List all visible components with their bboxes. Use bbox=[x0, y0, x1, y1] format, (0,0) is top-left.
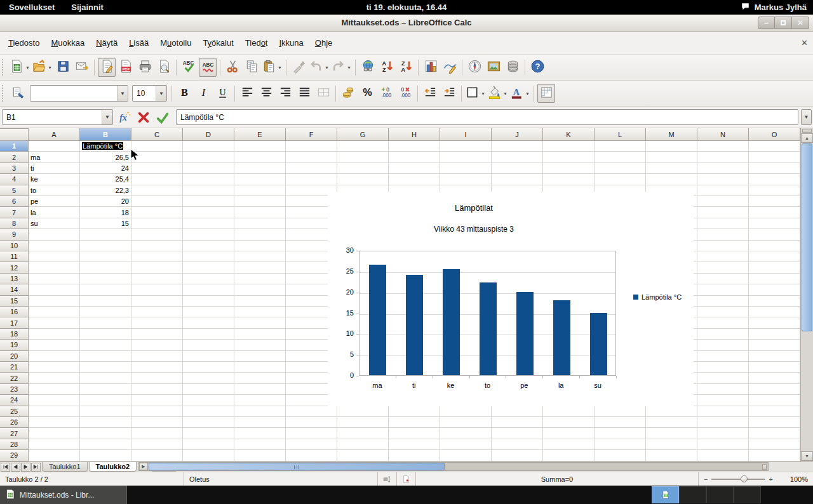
apply-style-button[interactable] bbox=[10, 84, 27, 103]
zoom-knob[interactable] bbox=[741, 475, 748, 482]
row-header-8[interactable]: 8 bbox=[0, 218, 29, 229]
cell-B9[interactable] bbox=[80, 229, 131, 240]
cell-E14[interactable] bbox=[234, 284, 286, 295]
cell-F3[interactable] bbox=[286, 163, 337, 174]
cell-C27[interactable] bbox=[131, 428, 183, 439]
cell-N8[interactable] bbox=[697, 218, 749, 229]
cell-F1[interactable] bbox=[286, 141, 337, 152]
cell-B1[interactable]: Lämpötila °C bbox=[80, 141, 131, 152]
select-all-corner[interactable] bbox=[0, 128, 29, 141]
cell-O21[interactable] bbox=[749, 362, 800, 373]
font-name-combo[interactable]: ▼ bbox=[30, 85, 128, 102]
cell-E27[interactable] bbox=[234, 428, 286, 439]
cell-C7[interactable] bbox=[131, 207, 183, 218]
cell-J4[interactable] bbox=[492, 174, 543, 185]
cell-I1[interactable] bbox=[440, 141, 492, 152]
cell-D26[interactable] bbox=[183, 417, 234, 428]
close-document-icon[interactable]: ✕ bbox=[801, 38, 808, 48]
cell-B27[interactable] bbox=[80, 428, 131, 439]
cell-A7[interactable]: la bbox=[29, 207, 80, 218]
cell-J25[interactable] bbox=[492, 406, 543, 417]
cell-A25[interactable] bbox=[29, 406, 80, 417]
cell-B16[interactable] bbox=[80, 307, 131, 317]
cell-C12[interactable] bbox=[131, 262, 183, 273]
align-justify-button[interactable] bbox=[295, 84, 313, 103]
cell-D5[interactable] bbox=[183, 185, 234, 196]
cell-C16[interactable] bbox=[131, 307, 183, 317]
menu-tiedot[interactable]: Tiedot bbox=[239, 36, 274, 50]
clone-formatting-button[interactable] bbox=[290, 58, 307, 77]
cell-H26[interactable] bbox=[389, 417, 440, 428]
menu-tiedosto[interactable]: Tiedosto bbox=[3, 36, 45, 50]
cell-O2[interactable] bbox=[749, 152, 800, 162]
cell-I26[interactable] bbox=[440, 417, 492, 428]
cell-D17[interactable] bbox=[183, 317, 234, 328]
cell-A5[interactable]: to bbox=[29, 185, 80, 196]
menu-ikkuna[interactable]: Ikkuna bbox=[273, 36, 309, 50]
expand-formula-bar-button[interactable]: ▼ bbox=[801, 109, 812, 125]
row-header-13[interactable]: 13 bbox=[0, 274, 29, 284]
row-header-23[interactable]: 23 bbox=[0, 384, 29, 395]
paste-button[interactable]: ▾ bbox=[262, 58, 283, 77]
cell-K1[interactable] bbox=[543, 141, 595, 152]
column-header-N[interactable]: N bbox=[697, 128, 749, 141]
function-wizard-button[interactable]: fx bbox=[115, 109, 134, 126]
row-header-27[interactable]: 27 bbox=[0, 428, 29, 439]
cell-O9[interactable] bbox=[749, 229, 800, 240]
cell-N23[interactable] bbox=[697, 384, 749, 395]
cell-E5[interactable] bbox=[234, 185, 286, 196]
cell-B11[interactable] bbox=[80, 251, 131, 262]
draw-functions-button[interactable] bbox=[441, 58, 459, 77]
cell-D16[interactable] bbox=[183, 307, 234, 317]
sum-field[interactable]: Summa=0 bbox=[416, 472, 699, 486]
column-header-F[interactable]: F bbox=[286, 128, 337, 141]
cell-C15[interactable] bbox=[131, 296, 183, 307]
cell-E1[interactable] bbox=[234, 141, 286, 152]
cell-D13[interactable] bbox=[183, 274, 234, 284]
borders-button[interactable]: ▾ bbox=[465, 84, 486, 103]
cell-O8[interactable] bbox=[749, 218, 800, 229]
row-header-20[interactable]: 20 bbox=[0, 351, 29, 362]
column-header-G[interactable]: G bbox=[337, 128, 389, 141]
row-header-7[interactable]: 7 bbox=[0, 207, 29, 218]
cell-C25[interactable] bbox=[131, 406, 183, 417]
cell-M29[interactable] bbox=[646, 450, 697, 461]
cell-I27[interactable] bbox=[440, 428, 492, 439]
cell-N2[interactable] bbox=[697, 152, 749, 162]
row-header-10[interactable]: 10 bbox=[0, 241, 29, 251]
cell-N27[interactable] bbox=[697, 428, 749, 439]
cell-O5[interactable] bbox=[749, 185, 800, 196]
cell-K4[interactable] bbox=[543, 174, 595, 185]
row-header-4[interactable]: 4 bbox=[0, 174, 29, 185]
cell-H3[interactable] bbox=[389, 163, 440, 174]
gallery-button[interactable] bbox=[485, 58, 502, 77]
toolbar-grip[interactable] bbox=[2, 85, 6, 102]
row-header-29[interactable]: 29 bbox=[0, 450, 29, 461]
cell-N22[interactable] bbox=[697, 373, 749, 383]
cell-O6[interactable] bbox=[749, 196, 800, 207]
cell-C10[interactable] bbox=[131, 241, 183, 251]
cell-O29[interactable] bbox=[749, 450, 800, 461]
cell-D19[interactable] bbox=[183, 340, 234, 350]
cell-L27[interactable] bbox=[595, 428, 646, 439]
cell-E26[interactable] bbox=[234, 417, 286, 428]
cell-N3[interactable] bbox=[697, 163, 749, 174]
cell-J2[interactable] bbox=[492, 152, 543, 162]
cell-E22[interactable] bbox=[234, 373, 286, 383]
cell-D2[interactable] bbox=[183, 152, 234, 162]
cell-A1[interactable] bbox=[29, 141, 80, 152]
font-name-combo-dropdown-icon[interactable]: ▼ bbox=[117, 86, 128, 101]
cell-N5[interactable] bbox=[697, 185, 749, 196]
sheet-prev-icon[interactable] bbox=[11, 463, 20, 472]
vertical-scroll-thumb[interactable] bbox=[802, 143, 812, 331]
cell-N19[interactable] bbox=[697, 340, 749, 350]
cell-C5[interactable] bbox=[131, 185, 183, 196]
align-left-button[interactable] bbox=[238, 84, 256, 103]
cell-I29[interactable] bbox=[440, 450, 492, 461]
cell-J1[interactable] bbox=[492, 141, 543, 152]
clock[interactable]: ti 19. elokuuta, 16.44 bbox=[0, 3, 813, 12]
cell-C28[interactable] bbox=[131, 439, 183, 450]
cell-A2[interactable]: ma bbox=[29, 152, 80, 162]
input-line[interactable]: Lämpötila °C bbox=[176, 109, 798, 125]
cell-N13[interactable] bbox=[697, 274, 749, 284]
